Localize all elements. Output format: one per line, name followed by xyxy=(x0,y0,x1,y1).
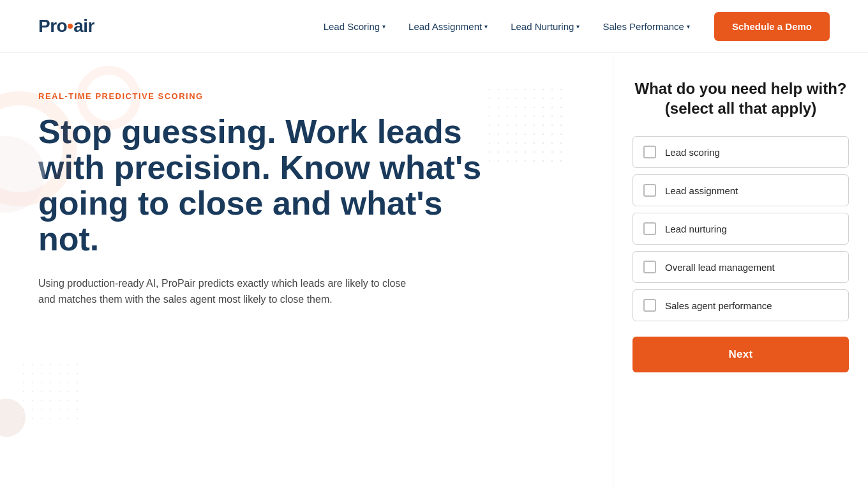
chevron-down-icon: ▾ xyxy=(382,23,385,30)
checkbox-sales-agent-performance[interactable] xyxy=(643,299,656,312)
hero-title: Stop guessing. Work leads with precision… xyxy=(38,114,485,257)
nav-item-lead-scoring[interactable]: Lead Scoring ▾ xyxy=(315,16,394,37)
chevron-down-icon: ▾ xyxy=(687,23,690,30)
chevron-down-icon: ▾ xyxy=(484,23,488,30)
checkbox-lead-assignment[interactable] xyxy=(643,184,656,197)
nav-item-lead-assignment[interactable]: Lead Assignment ▾ xyxy=(400,16,497,37)
next-button[interactable]: Next xyxy=(632,337,849,372)
hero-section: REAL-TIME PREDICTIVE SCORING Stop guessi… xyxy=(0,53,613,488)
form-panel: What do you need help with? (select all … xyxy=(613,53,868,488)
checkbox-item-overall-lead-management[interactable]: Overall lead management xyxy=(632,251,849,283)
logo-text: Proair xyxy=(38,16,94,36)
form-title: What do you need help with? (select all … xyxy=(632,79,849,118)
checkbox-label-lead-assignment: Lead assignment xyxy=(665,185,738,196)
checkbox-label-lead-nurturing: Lead nurturing xyxy=(665,224,727,234)
dot-pattern-1 xyxy=(485,85,562,162)
checkbox-item-lead-nurturing[interactable]: Lead nurturing xyxy=(632,213,849,245)
checkbox-list: Lead scoring Lead assignment Lead nurtur… xyxy=(632,136,849,321)
dot-pattern-2 xyxy=(19,360,83,424)
checkbox-item-lead-scoring[interactable]: Lead scoring xyxy=(632,136,849,168)
checkbox-item-lead-assignment[interactable]: Lead assignment xyxy=(632,174,849,206)
checkbox-label-lead-scoring: Lead scoring xyxy=(665,147,720,158)
nav-item-lead-nurturing[interactable]: Lead Nurturing ▾ xyxy=(502,16,588,37)
nav-item-sales-performance[interactable]: Sales Performance ▾ xyxy=(594,16,699,37)
deco-circle-2 xyxy=(77,66,140,130)
checkbox-label-overall-lead-management: Overall lead management xyxy=(665,262,775,273)
chevron-down-icon: ▾ xyxy=(576,23,580,30)
checkbox-lead-nurturing[interactable] xyxy=(643,222,656,235)
logo[interactable]: Proair xyxy=(38,16,94,36)
main-content: REAL-TIME PREDICTIVE SCORING Stop guessi… xyxy=(0,53,868,488)
checkbox-label-sales-agent-performance: Sales agent performance xyxy=(665,300,772,311)
schedule-demo-button[interactable]: Schedule a Demo xyxy=(714,12,830,41)
hero-description: Using production-ready AI, ProPair predi… xyxy=(38,275,421,308)
logo-dot xyxy=(68,24,73,29)
checkbox-overall-lead-management[interactable] xyxy=(643,261,656,273)
main-nav: Lead Scoring ▾ Lead Assignment ▾ Lead Nu… xyxy=(315,12,830,41)
checkbox-item-sales-agent-performance[interactable]: Sales agent performance xyxy=(632,289,849,321)
site-header: Proair Lead Scoring ▾ Lead Assignment ▾ … xyxy=(0,0,868,53)
checkbox-lead-scoring[interactable] xyxy=(643,146,656,158)
